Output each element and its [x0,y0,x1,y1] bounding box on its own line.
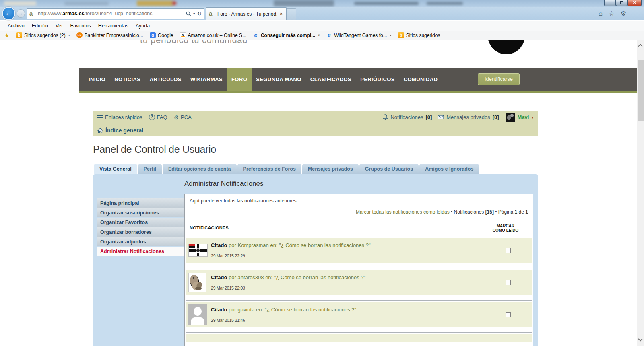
scroll-up-icon[interactable] [639,43,642,47]
menu-ayuda[interactable]: Ayuda [132,23,153,29]
site-favicon: a [29,11,35,17]
notification-detail[interactable]: por gaviota en: "¿ Cómo se borran las no… [229,307,356,313]
minimize-button[interactable]: – [604,0,616,6]
notification-detail[interactable]: por Komprasman en: "¿ Cómo se borran las… [229,242,370,248]
tab-favicon: a [209,11,215,17]
tab-close-icon[interactable]: × [279,11,283,17]
nav-periodicos[interactable]: PERIÓDICOS [356,68,399,91]
content-heading: Administrar Notificaciones [184,180,264,188]
nav-clasificados[interactable]: CLASIFICADOS [306,68,356,91]
refresh-icon[interactable]: ↻ [197,10,202,17]
notification-detail[interactable]: por antares308 en: "¿ Cómo se borran las… [229,274,365,280]
add-favorite-icon[interactable]: ★ [2,32,11,39]
screen: – ✕ ← → a http://www.armas.es/foros/user… [0,0,644,346]
search-dropdown-icon[interactable]: ▾ [193,12,195,16]
sidebar-organizar-adjuntos[interactable]: Organizar adjuntos [97,237,184,246]
favorite-conseguir-mas[interactable]: eConseguir más compl...▾ [250,32,323,38]
settings-gear-icon[interactable]: ⚙ [621,10,626,18]
nav-segunda-mano[interactable]: SEGUNDA MANO [252,68,306,91]
username-menu[interactable]: Mavi [518,114,529,120]
tab-mensajes-privados[interactable]: Mensajes privados [302,164,359,174]
nav-comunidad[interactable]: COMUNIDAD [399,68,442,91]
tab-grupos-usuarios[interactable]: Grupos de Usuarios [359,164,419,174]
tab-vista-general[interactable]: Vista General [94,164,137,174]
back-button[interactable]: ← [2,7,15,20]
favorite-google[interactable]: gGoogle [147,32,177,38]
private-messages-link[interactable]: Mensajes privados [446,114,490,120]
chevron-down-icon: ▾ [390,33,392,37]
menu-favoritos[interactable]: Favoritos [66,23,94,29]
sidebar-organizar-suscripciones[interactable]: Organizar suscripciones [97,208,184,217]
notifications-link[interactable]: Notificaciones [390,114,423,120]
nav-articulos[interactable]: ARTICULOS [145,68,186,91]
mark-read-checkbox[interactable] [506,280,511,285]
question-circle-icon: ? [149,114,155,120]
faq-link[interactable]: ?FAQ [149,114,167,120]
squirrel-avatar [188,273,206,292]
browser-toolbar: ← → a http://www.armas.es/foros/user?i=u… [0,7,644,20]
nav-wikiarmas[interactable]: WIKIARMAS [186,68,227,91]
forward-button[interactable]: → [17,9,25,18]
tab-title: Foro - Armas.es - Tu periód... [217,11,277,17]
favorites-star-icon[interactable]: ☆ [609,10,614,18]
home-icon[interactable]: ⌂ [599,10,603,18]
mark-all-line: Marcar todas las notificaciones como leí… [190,209,528,215]
nav-foro-active[interactable]: FORO [227,68,252,91]
menu-herramientas[interactable]: Herramientas [95,23,132,29]
tab-amigos-ignorados[interactable]: Amigos e Ignorados [419,164,479,174]
browser-tab[interactable]: a Foro - Armas.es - Tu periód... × [206,7,287,20]
menu-ver[interactable]: Ver [52,23,67,29]
scroll-down-icon[interactable] [639,339,642,343]
breadcrumb[interactable]: Índice general [97,127,143,134]
scrollbar-thumb[interactable] [638,60,644,121]
col-notificaciones: NOTIFICACIONES [190,225,229,230]
favorite-sitios-sugeridos-2[interactable]: bSitios sugeridos (2)▾ [13,32,73,38]
table-header: NOTIFICACIONES MARCARCOMO LEÍDO [190,224,528,233]
sidebar-organizar-borradores[interactable]: Organizar borradores [97,227,184,237]
address-bar[interactable]: a http://www.armas.es/foros/user?i=ucp_n… [27,8,204,19]
notifications-count: [0] [425,114,432,120]
tab-preferencias-foros[interactable]: Preferencias de Foros [237,164,301,174]
favorite-sitios-sugeridos[interactable]: bSitios sugeridos [395,32,444,38]
favorites-bar: ★ bSitios sugeridos (2)▾ bkBankinter Emp… [0,31,644,40]
intro-text: Aquí puede ver todas las notificaciones … [190,198,528,204]
page-title: Panel de Control de Usuario [93,144,216,155]
search-icon[interactable] [186,11,191,16]
user-avatar[interactable] [506,113,515,122]
favorite-wildtangent[interactable]: eWildTangent Games fo...▾ [323,32,394,38]
notifications-box: Aquí puede ver todas las notificaciones … [184,194,533,346]
favorite-amazon[interactable]: aAmazon.co.uk – Online S... [177,32,250,38]
notification-total-count: [15] [485,209,494,215]
url-text[interactable]: http://www.armas.es/foros/user?i=ucp_not… [38,11,186,16]
ie-icon: e [253,32,259,38]
identificarse-button[interactable]: Identificarse [478,73,520,85]
maximize-button[interactable] [616,0,627,6]
ie-icon: e [326,32,332,38]
messages-count: [0] [493,114,499,120]
new-tab-button[interactable] [287,8,296,20]
pca-link[interactable]: ⚙PCA [174,114,192,120]
nav-inicio[interactable]: INICIO [84,68,110,91]
forum-quickbar: Enlaces rápidos ?FAQ ⚙PCA Notificaciones… [93,111,538,136]
col-marcar-como-leido: MARCARCOMO LEÍDO [489,224,522,233]
menu-archivo[interactable]: Archivo [4,23,28,29]
ucp-tabs: Vista General Perfil Editar opciones de … [94,164,479,174]
nav-noticias[interactable]: NOTICIAS [110,68,145,91]
user-dropdown-icon[interactable]: ▾ [531,115,533,119]
sidebar-pagina-principal[interactable]: Página principal [97,198,184,208]
quick-links[interactable]: Enlaces rápidos [97,114,142,121]
sidebar-organizar-favoritos[interactable]: Organizar Favoritos [97,218,184,227]
favorite-bankinter[interactable]: bkBankinter EmpresasInicio... [73,32,147,38]
mark-read-checkbox[interactable] [506,312,511,317]
page-scrollbar[interactable] [637,40,644,346]
mark-all-read-link[interactable]: Marcar todas las notificaciones como leí… [356,209,450,215]
close-button[interactable]: ✕ [627,0,642,6]
menu-bar: Archivo Edición Ver Favoritos Herramient… [0,21,644,31]
tab-editar-opciones[interactable]: Editar opciones de cuenta [163,164,237,174]
menu-edicion[interactable]: Edición [28,23,52,29]
notification-total-label: Notificaciones [454,209,484,215]
tab-perfil[interactable]: Perfil [138,164,162,174]
sidebar-administrar-notificaciones-active[interactable]: Administrar Notificaciones [97,247,184,256]
site-tagline-clipped: tu periódico tu comunidad [140,40,309,45]
mark-read-checkbox[interactable] [506,248,511,253]
